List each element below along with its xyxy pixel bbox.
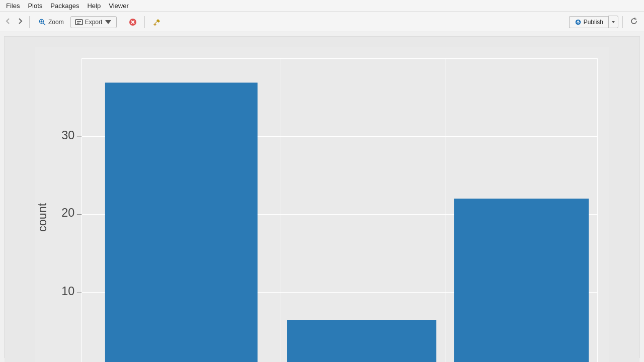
zoom-label: Zoom (48, 19, 64, 26)
separator-2 (121, 16, 121, 28)
clear-button[interactable] (125, 16, 140, 28)
toolbar-right: Publish (569, 16, 641, 28)
chart-area: 0 10 20 30 1 2 3 count Favorite.Color (5, 37, 639, 362)
publish-dropdown-button[interactable] (608, 16, 618, 28)
menu-viewer[interactable]: Viewer (105, 1, 133, 11)
chart-inner: 0 10 20 30 1 2 3 count Favorite.Color (35, 47, 609, 362)
broom-button[interactable] (149, 16, 164, 28)
menu-files[interactable]: Files (2, 1, 24, 11)
svg-text:20: 20 (61, 206, 74, 219)
export-button[interactable]: Export (70, 16, 117, 28)
bar-1 (105, 82, 258, 362)
bar-2 (287, 320, 436, 362)
svg-text:count: count (36, 203, 49, 232)
svg-marker-7 (105, 20, 111, 24)
menu-help[interactable]: Help (83, 1, 105, 11)
separator-3 (144, 16, 145, 28)
publish-group: Publish (569, 16, 618, 28)
separator-1 (29, 16, 30, 28)
refresh-button[interactable] (627, 16, 641, 28)
separator-4 (622, 16, 623, 28)
svg-rect-4 (75, 20, 83, 25)
svg-text:30: 30 (61, 129, 74, 142)
bar-3 (454, 199, 589, 362)
svg-text:10: 10 (61, 285, 74, 298)
toolbar: Zoom Export (0, 12, 644, 32)
chart-svg: 0 10 20 30 1 2 3 count Favorite.Color (35, 47, 609, 362)
back-button[interactable] (3, 16, 13, 28)
menu-plots[interactable]: Plots (24, 1, 46, 11)
publish-button[interactable]: Publish (569, 16, 608, 28)
menubar: Files Plots Packages Help Viewer (0, 0, 644, 12)
menu-packages[interactable]: Packages (46, 1, 83, 11)
publish-label: Publish (584, 19, 603, 26)
export-label: Export (85, 19, 103, 26)
forward-button[interactable] (15, 16, 25, 28)
plot-container: 0 10 20 30 1 2 3 count Favorite.Color (4, 36, 640, 358)
zoom-button[interactable]: Zoom (34, 16, 68, 28)
svg-marker-15 (612, 21, 615, 23)
svg-line-1 (43, 23, 45, 25)
